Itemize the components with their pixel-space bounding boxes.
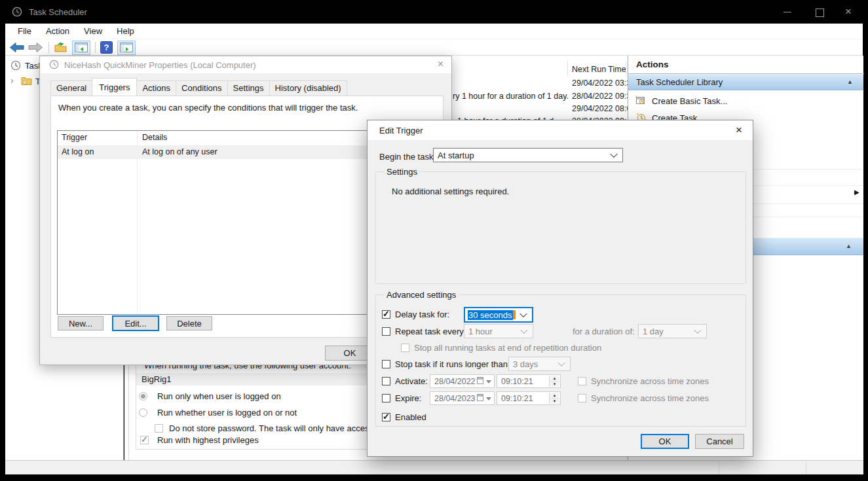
task-row-next-run[interactable]: 29/04/2022 03:3 [572, 79, 631, 88]
checkbox-highest-privileges[interactable] [140, 436, 149, 444]
duration-value: 1 day [643, 327, 664, 336]
column-header-next-run-time[interactable]: Next Run Time [572, 65, 626, 74]
checkbox-stop-all-tasks[interactable] [401, 344, 409, 352]
stop-if-longer-combobox[interactable]: 3 days [508, 357, 571, 371]
radio-run-when-logged-on[interactable] [139, 392, 147, 401]
menu-file[interactable]: File [10, 26, 39, 36]
delay-task-value: 30 seconds [468, 310, 513, 320]
task-library-folder-icon [21, 76, 32, 87]
chevron-down-icon [694, 327, 701, 334]
back-icon[interactable] [9, 42, 25, 55]
new-trigger-button[interactable]: New... [58, 316, 104, 330]
column-header-trigger[interactable]: Trigger [62, 133, 87, 142]
checkbox-repeat-task[interactable] [382, 327, 390, 336]
action-create-basic-task[interactable]: Create Basic Task... [652, 96, 727, 106]
console-tree-toggle-icon[interactable] [72, 41, 90, 55]
dropdown-arrow-icon [486, 397, 491, 401]
checkbox-stop-if-longer[interactable] [382, 360, 390, 368]
checkbox-expire[interactable] [382, 394, 390, 402]
duration-combobox[interactable]: 1 day [638, 324, 707, 338]
column-header-details[interactable]: Details [142, 133, 167, 142]
edit-trigger-ok-button[interactable]: OK [641, 434, 689, 449]
tree-expand-chevron-icon[interactable]: › [10, 75, 14, 86]
edit-trigger-button[interactable]: Edit... [112, 315, 159, 331]
task-scheduler-root-icon [10, 60, 21, 73]
settings-text: No additional settings required. [392, 187, 509, 196]
collapse-arrow-icon[interactable]: ▲ [846, 243, 852, 249]
begin-task-label: Begin the task: [379, 152, 436, 162]
checkbox-do-not-store-password[interactable] [155, 424, 163, 433]
tab-settings[interactable]: Settings [227, 80, 270, 96]
edit-trigger-close-icon[interactable]: × [736, 124, 742, 137]
delete-trigger-button[interactable]: Delete [166, 316, 212, 330]
stop-all-tasks-label: Stop all running tasks at end of repetit… [414, 343, 601, 353]
spinner-arrows-icon[interactable]: ▲▼ [549, 376, 559, 387]
forward-icon[interactable] [28, 42, 43, 55]
begin-task-value: At startup [438, 151, 474, 160]
tab-triggers[interactable]: Triggers [92, 78, 137, 96]
settings-legend: Settings [384, 167, 420, 177]
expire-time-spinner[interactable]: 09:10:21 ▲▼ [497, 391, 561, 405]
trigger-cell: At log on [62, 147, 94, 156]
menu-view[interactable]: View [77, 26, 109, 36]
begin-task-combobox[interactable]: At startup [433, 148, 623, 162]
close-button[interactable]: × [845, 7, 852, 16]
checkbox-do-not-store-password-label: Do not store password. The task will onl… [169, 423, 387, 433]
activate-time-value: 09:10:21 [501, 377, 533, 386]
checkbox-sync-timezones-expire[interactable] [578, 394, 586, 402]
task-row-next-run[interactable]: 28/04/2022 09:3 [572, 92, 631, 101]
edit-trigger-titlebar[interactable]: Edit Trigger × [368, 120, 753, 140]
tab-conditions[interactable]: Conditions [176, 80, 227, 96]
task-scheduler-screen: Task Scheduler × File Action View Help ? [0, 0, 868, 481]
account-value: BigRig1 [142, 374, 172, 384]
maximize-button[interactable] [816, 9, 824, 17]
column-separator-2[interactable] [626, 61, 626, 77]
checkbox-activate[interactable] [382, 377, 390, 385]
properties-dialog-title: NiceHash QuickMiner Properties (Local Co… [64, 60, 256, 70]
menu-help[interactable]: Help [109, 26, 142, 36]
activate-date-picker[interactable]: 28/04/2022 [430, 374, 495, 388]
details-cell: At log on of any user [142, 147, 217, 156]
submenu-arrow-icon[interactable]: ▶ [854, 188, 859, 196]
tab-actions[interactable]: Actions [136, 80, 176, 96]
checkbox-delay-task[interactable] [382, 310, 390, 319]
expire-label: Expire: [395, 393, 421, 403]
chevron-down-icon [557, 359, 565, 366]
checkbox-enabled[interactable] [382, 413, 390, 421]
radio-run-when-logged-on-label: Run only when user is logged on [157, 391, 281, 401]
spinner-arrows-icon[interactable]: ▲▼ [549, 393, 559, 404]
expire-date-value: 28/04/2023 [434, 394, 476, 403]
checkbox-sync-timezones-activate[interactable] [578, 377, 586, 385]
radio-run-whether-logged-on[interactable] [139, 408, 147, 417]
calendar-icon [477, 377, 483, 384]
tab-history[interactable]: History (disabled) [269, 80, 347, 96]
activate-time-spinner[interactable]: 09:10:21 ▲▼ [497, 374, 561, 388]
properties-dialog-close-icon[interactable]: × [438, 58, 443, 70]
column-separator[interactable] [567, 61, 568, 77]
toolbar: ? [5, 39, 863, 56]
show-hide-console-tree-folder-icon[interactable] [54, 42, 67, 54]
repeat-task-combobox[interactable]: 1 hour [464, 324, 533, 338]
sync-timezones-label: Synchronize across time zones [591, 376, 709, 386]
task-row-next-run[interactable]: 29/04/2022 08:0 [572, 104, 631, 113]
expire-date-picker[interactable]: 28/04/2023 [430, 391, 495, 405]
stop-if-longer-value: 3 days [513, 359, 538, 369]
sync-timezones-label-2: Synchronize across time zones [591, 393, 709, 403]
actions-section-task-scheduler-library[interactable]: Task Scheduler Library ▲ [628, 74, 863, 90]
delay-task-combobox[interactable]: 30 seconds [464, 307, 533, 323]
minimize-button[interactable] [783, 12, 791, 12]
help-icon[interactable]: ? [100, 41, 113, 56]
toolbar-separator-2 [95, 42, 96, 53]
menu-action[interactable]: Action [39, 26, 77, 36]
tab-general[interactable]: General [50, 80, 92, 96]
strip-separator [719, 461, 719, 474]
repeat-task-label: Repeat task every: [395, 327, 466, 336]
svg-text:?: ? [104, 43, 109, 52]
toolbar-separator [48, 42, 49, 53]
edit-trigger-cancel-button[interactable]: Cancel [695, 434, 744, 449]
properties-dialog-titlebar[interactable]: NiceHash QuickMiner Properties (Local Co… [40, 56, 451, 73]
activate-label: Activate: [395, 376, 428, 386]
task-row-trigger[interactable]: ry 1 hour for a duration of 1 day. [453, 92, 569, 101]
action-pane-toggle-icon[interactable] [117, 41, 136, 55]
collapse-arrow-icon[interactable]: ▲ [847, 79, 853, 85]
